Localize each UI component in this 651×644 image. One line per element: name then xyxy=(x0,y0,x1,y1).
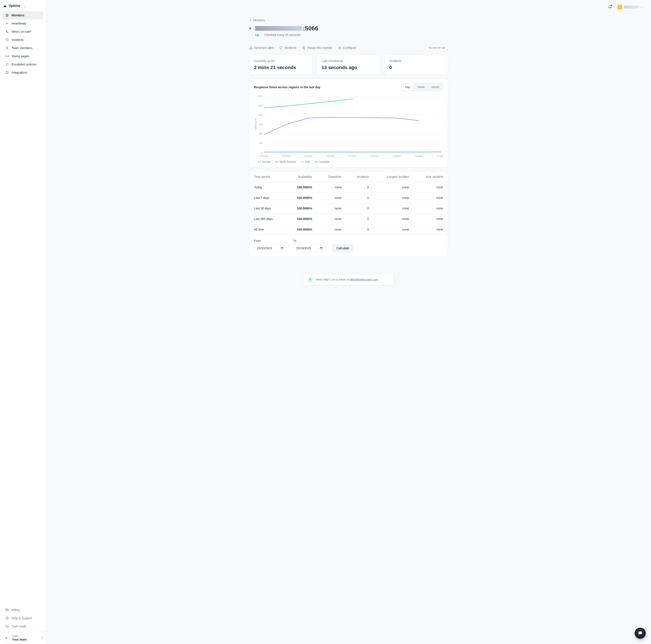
kpi-label: Last checked at xyxy=(321,59,375,63)
cell-availability: 100.0000% xyxy=(285,224,317,235)
user-icon xyxy=(5,46,9,50)
pause-monitor-button[interactable]: Pause this monitor xyxy=(302,46,332,50)
sidebar-item-incidents[interactable]: Incidents xyxy=(3,36,43,44)
sidebar-item-monitors[interactable]: Monitors xyxy=(3,11,43,20)
sidebar-item-help[interactable]: Help & Support xyxy=(3,614,43,622)
chat-icon xyxy=(638,631,643,636)
legend-item[interactable]: Europe xyxy=(258,160,271,163)
cell-incidents: 0 xyxy=(346,224,374,235)
send-test-alert-button[interactable]: Send test alert xyxy=(249,46,274,50)
action-label: Incidents xyxy=(284,46,297,50)
team-switcher[interactable]: Team Your team ▴▾ xyxy=(0,632,46,644)
cell-availability: 100.0000% xyxy=(285,214,317,224)
kpi-label: Currently up for xyxy=(254,59,308,63)
cell-downtime: none xyxy=(317,203,346,214)
custom-range-row: From 15/10/2023 To 15/10/2023 Calcu xyxy=(249,235,448,257)
th-avg: Avg. incident xyxy=(414,171,448,182)
help-text: Need help? Let us know at hello@betterst… xyxy=(316,278,378,281)
chart-legend: EuropeNorth AmericaAsiaAustralia xyxy=(254,160,443,163)
seg-day[interactable]: Day xyxy=(402,84,413,90)
cell-longest: none xyxy=(373,224,413,235)
cell-longest: none xyxy=(373,203,413,214)
chevron-down-icon: ⌄ xyxy=(24,4,26,7)
from-date-input[interactable]: 15/10/2023 xyxy=(254,244,286,252)
svg-point-12 xyxy=(7,638,7,638)
avatar xyxy=(617,5,622,9)
svg-text:250: 250 xyxy=(259,142,262,144)
svg-text:10:56am: 10:56am xyxy=(437,155,443,157)
list-icon xyxy=(5,62,9,66)
availability-table-card: Time period Availability Downtime Incide… xyxy=(249,171,448,257)
cell-avg: none xyxy=(414,182,448,192)
th-availability: Availability xyxy=(285,171,317,182)
cell-incidents: 0 xyxy=(346,214,374,224)
cell-period: Last 365 days xyxy=(249,214,285,224)
brand-switcher[interactable]: Uptime ⌄ xyxy=(0,0,46,9)
svg-text:1000: 1000 xyxy=(257,114,262,116)
kpi-value: 0 xyxy=(389,65,443,70)
broadcast-icon xyxy=(5,54,9,58)
cell-incidents: 0 xyxy=(346,182,374,192)
range-segmented: Day Week Month xyxy=(401,83,443,91)
sidebar-item-label: Team members xyxy=(11,46,32,50)
table-row: Last 7 days100.0000%none0nonenone xyxy=(249,192,448,203)
svg-text:10:55am: 10:55am xyxy=(370,155,379,157)
page-subtitle: Up · Checked every 30 seconds xyxy=(255,33,448,37)
configure-button[interactable]: Configure xyxy=(338,46,356,50)
legend-label: North America xyxy=(280,160,296,163)
help-icon xyxy=(5,616,9,620)
legend-label: Australia xyxy=(319,160,329,163)
cell-incidents: 0 xyxy=(346,203,374,214)
sidebar-item-team[interactable]: Team members xyxy=(3,44,43,52)
svg-point-7 xyxy=(8,73,8,74)
sidebar-item-label: Billing xyxy=(11,608,20,612)
sidebar-item-darkmode[interactable]: Dark mode xyxy=(3,622,43,631)
breadcrumb-label: Monitors xyxy=(253,19,265,22)
sidebar-item-integrations[interactable]: Integrations xyxy=(3,68,43,76)
sidebar-item-escalation[interactable]: Escalation policies xyxy=(3,60,43,68)
seg-month[interactable]: Month xyxy=(428,83,443,91)
help-bar: ? Need help? Let us know at hello@better… xyxy=(303,274,394,285)
notification-dot-icon xyxy=(611,4,612,6)
svg-point-5 xyxy=(8,71,8,72)
user-menu[interactable]: ████████ ⌄ xyxy=(616,4,645,10)
cell-avg: none xyxy=(414,203,448,214)
cell-period: Today xyxy=(249,182,285,192)
cell-period: Last 7 days xyxy=(249,192,285,203)
status-dot-icon xyxy=(249,27,251,30)
legend-item[interactable]: Asia xyxy=(301,160,310,163)
incidents-button[interactable]: Incidents xyxy=(279,46,297,50)
svg-text:milliseconds: milliseconds xyxy=(254,118,257,130)
notifications-button[interactable] xyxy=(608,5,612,9)
table-row: All time100.0000%none0nonenone xyxy=(249,224,448,235)
availability-table: Time period Availability Downtime Incide… xyxy=(249,171,448,235)
svg-point-3 xyxy=(7,56,7,57)
brand-name: Uptime xyxy=(9,4,20,8)
sidebar-item-label: Escalation policies xyxy=(11,63,36,66)
card-icon xyxy=(5,608,9,612)
actions-row: Send test alert Incidents Pause this mon… xyxy=(249,45,448,51)
oncall-pill[interactable]: No one on-call xyxy=(426,45,448,51)
legend-item[interactable]: North America xyxy=(275,160,296,163)
team-name: Your team xyxy=(12,638,40,641)
chart-area: 0250500750100012501500milliseconds10:54a… xyxy=(254,94,443,159)
to-date-input[interactable]: 15/10/2023 xyxy=(293,244,326,252)
sidebar-item-oncall[interactable]: Who's on-call? xyxy=(3,28,43,36)
chat-fab[interactable] xyxy=(634,627,646,639)
breadcrumb-back[interactable]: Monitors xyxy=(249,19,448,22)
team-label: Team xyxy=(12,635,40,638)
table-row: Last 365 days100.0000%none0nonenone xyxy=(249,214,448,224)
seg-week[interactable]: Week xyxy=(414,83,428,91)
user-name: ████████ xyxy=(624,6,639,9)
secondary-nav: Billing Help & Support Dark mode xyxy=(0,604,46,632)
legend-swatch-icon xyxy=(315,162,318,162)
updown-icon: ▴▾ xyxy=(42,636,43,640)
help-email-link[interactable]: hello@betterstack.com xyxy=(350,278,378,281)
kpi-label: Incidents xyxy=(389,59,443,63)
sidebar-item-heartbeats[interactable]: Heartbeats xyxy=(3,20,43,28)
cell-downtime: none xyxy=(317,214,346,224)
calculate-button[interactable]: Calculate xyxy=(332,244,353,252)
sidebar-item-billing[interactable]: Billing xyxy=(3,606,43,614)
legend-item[interactable]: Australia xyxy=(315,160,329,163)
sidebar-item-status-pages[interactable]: Status pages xyxy=(3,52,43,60)
